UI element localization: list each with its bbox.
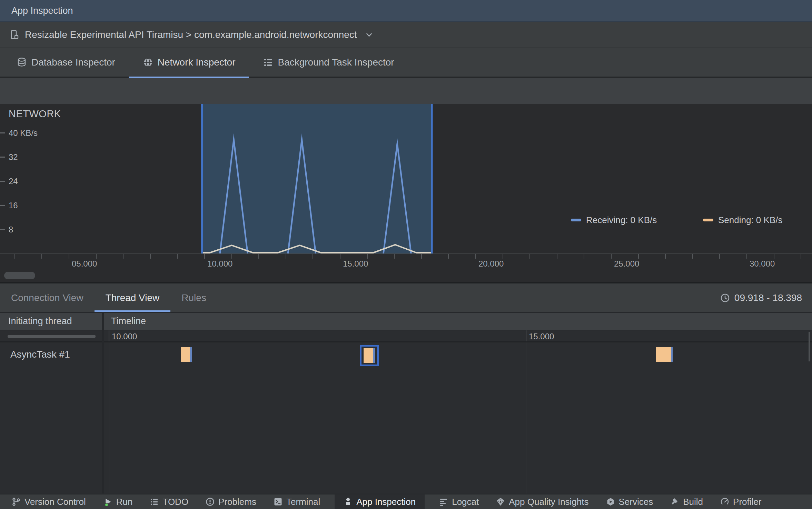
app-inspection-window: App Inspection Resizable Experimental AP… — [0, 0, 812, 509]
toolbar-strip — [0, 78, 812, 104]
time-axis-tick — [123, 254, 123, 259]
table-body: AsyncTask #1 — [0, 342, 812, 493]
thread-block — [364, 348, 375, 363]
tab-thread-view[interactable]: Thread View — [95, 283, 171, 312]
statusbar-item-profiler[interactable]: Profiler — [720, 495, 761, 509]
thread-timeline[interactable] — [0, 342, 812, 367]
tab-label: Rules — [181, 292, 206, 303]
time-axis-tick — [611, 254, 612, 259]
chart-title: NETWORK — [9, 108, 61, 120]
time-axis-tick — [584, 254, 584, 259]
problems-icon — [206, 497, 215, 506]
time-axis-tick — [394, 254, 395, 259]
tab-label: Background Task Inspector — [278, 57, 394, 68]
statusbar-item-todo[interactable]: TODO — [150, 495, 188, 509]
todo-list-icon — [150, 497, 159, 506]
time-axis-tick — [204, 254, 205, 259]
time-axis-tick — [313, 254, 313, 259]
statusbar-item-services[interactable]: Services — [606, 495, 653, 509]
table-ruler-ticks: 10.00015.000 — [0, 330, 812, 341]
page-title: App Inspection — [11, 6, 73, 16]
title-bar: App Inspection — [0, 0, 812, 22]
selection-right-handle[interactable] — [431, 104, 433, 253]
time-axis-tick — [150, 254, 151, 259]
time-axis-tick — [177, 254, 178, 259]
time-axis-label: 10.000 — [207, 259, 232, 269]
statusbar-item-label: Services — [619, 497, 653, 507]
statusbar-item-run[interactable]: Run — [103, 495, 133, 509]
tab-background-task-inspector[interactable]: Background Task Inspector — [249, 48, 408, 77]
thread-block[interactable] — [656, 347, 673, 362]
table-row: AsyncTask #1 — [0, 342, 812, 367]
thread-block[interactable] — [181, 347, 192, 362]
table-ruler-label: 10.000 — [112, 332, 137, 341]
chart-scrollbar-track — [0, 270, 812, 282]
legend-receiving: Receiving: 0 KB/s — [571, 215, 657, 225]
time-axis-tick — [421, 254, 422, 259]
network-chart[interactable]: NETWORK 40 KB/s3224168 Receiving: 0 KB/s… — [0, 104, 812, 253]
time-axis-tick — [638, 254, 639, 259]
thread-block-selected[interactable] — [360, 345, 379, 366]
time-axis-tick — [665, 254, 666, 259]
table-ruler-label: 15.000 — [529, 332, 554, 341]
thread-block-tail — [671, 347, 673, 362]
time-axis-label: 30.000 — [750, 259, 775, 269]
time-axis-label: 15.000 — [343, 259, 368, 269]
time-axis-tick — [692, 254, 693, 259]
statusbar-item-label: App Inspection — [356, 497, 416, 507]
time-axis-tick — [503, 254, 503, 259]
statusbar-item-label: Build — [683, 497, 703, 507]
chart-selection-region[interactable] — [202, 104, 432, 253]
tab-database-inspector[interactable]: Database Inspector — [3, 48, 129, 77]
time-axis-tick — [231, 254, 232, 259]
git-branch-icon — [12, 497, 21, 506]
statusbar-item-label: Terminal — [286, 497, 320, 507]
statusbar-item-terminal[interactable]: Terminal — [274, 495, 320, 509]
statusbar-item-app-inspection[interactable]: App Inspection — [335, 495, 425, 509]
column-header-initiating-thread[interactable]: Initiating thread — [0, 313, 102, 330]
statusbar-item-logcat[interactable]: Logcat — [439, 495, 479, 509]
statusbar-item-label: TODO — [162, 497, 188, 507]
statusbar-item-problems[interactable]: Problems — [206, 495, 256, 509]
table-ruler-tick — [109, 330, 109, 341]
time-axis-tick — [774, 254, 774, 259]
time-axis-tick — [746, 254, 747, 259]
tab-label: Database Inspector — [31, 57, 115, 68]
tab-label: Thread View — [106, 292, 160, 303]
device-selector-bar[interactable]: Resizable Experimental API Tiramisu > co… — [0, 22, 812, 48]
time-axis-tick — [557, 254, 557, 259]
tab-network-inspector[interactable]: Network Inspector — [129, 48, 249, 77]
statusbar-item-label: Run — [116, 497, 133, 507]
tab-connection-view[interactable]: Connection View — [0, 283, 95, 312]
column-divider[interactable] — [102, 312, 104, 493]
selection-left-handle[interactable] — [201, 104, 203, 253]
terminal-icon — [274, 497, 283, 506]
table-time-ruler: 10.00015.000 — [0, 330, 812, 342]
diamond-icon — [496, 497, 505, 506]
column-header-timeline[interactable]: Timeline — [102, 313, 812, 330]
tab-rules[interactable]: Rules — [170, 283, 217, 312]
inspector-tab-bar: Database Inspector Network Inspector Bac… — [0, 48, 812, 78]
time-axis-tick — [41, 254, 42, 259]
chart-scrollbar-thumb[interactable] — [4, 272, 35, 279]
table-ruler-tick — [526, 330, 526, 341]
time-axis-label: 25.000 — [614, 259, 639, 269]
status-bar: Version Control Run TODO Problems — [0, 493, 812, 509]
resizable-device-icon — [10, 30, 20, 40]
table-scrollbar-thumb[interactable] — [809, 332, 810, 361]
task-list-icon — [263, 57, 273, 68]
time-range-label: 09.918 - 18.398 — [734, 292, 802, 303]
chart-canvas — [0, 104, 812, 253]
statusbar-item-build[interactable]: Build — [670, 495, 703, 509]
time-axis-tick — [475, 254, 476, 259]
time-axis-tick — [719, 254, 720, 259]
time-axis-tick — [69, 254, 69, 259]
time-axis-tick — [448, 254, 449, 259]
chevron-down-icon[interactable] — [365, 30, 374, 39]
statusbar-item-app-quality-insights[interactable]: App Quality Insights — [496, 495, 588, 509]
time-axis-tick — [529, 254, 530, 259]
statusbar-item-version-control[interactable]: Version Control — [12, 495, 86, 509]
time-axis-ruler: 05.00010.00015.00020.00025.00030.000 — [0, 253, 812, 270]
time-axis-tick — [801, 254, 801, 259]
run-play-icon — [103, 497, 112, 507]
